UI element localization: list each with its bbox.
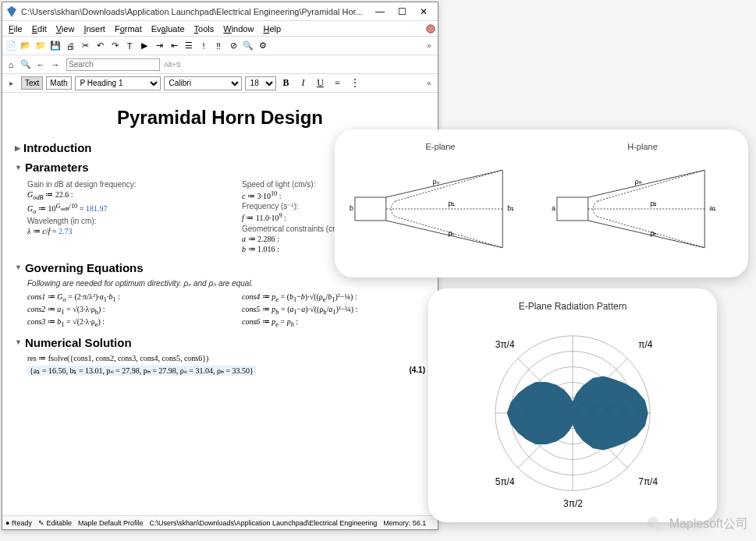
open-button[interactable]: 📂	[19, 39, 33, 53]
minimize-button[interactable]: —	[369, 4, 391, 19]
svg-text:3π/4: 3π/4	[495, 339, 515, 350]
eq-go: Go ≔ 10GodB/10 = 181.97	[27, 203, 211, 215]
stop-button[interactable]: ⊘	[226, 39, 240, 53]
open2-button[interactable]: 📁	[34, 39, 48, 53]
e-plane-label: E-plane	[426, 142, 456, 151]
svg-point-0	[427, 24, 435, 33]
save-button[interactable]: 💾	[48, 39, 62, 53]
svg-text:π/4: π/4	[638, 339, 653, 350]
svg-point-45	[654, 522, 663, 531]
back-button[interactable]: ←	[34, 58, 48, 72]
status-editable: ✎ Editable	[38, 519, 72, 527]
eq-cons5: cons5 ≔ ph = (a1−a)·√((ρh/a1)²−¼) :	[242, 305, 425, 316]
italic-button[interactable]: I	[296, 76, 311, 90]
svg-text:a₁: a₁	[709, 204, 716, 212]
svg-text:p₂: p₂	[650, 200, 657, 207]
menu-window[interactable]: Window	[218, 23, 258, 35]
svg-line-2	[386, 170, 502, 197]
eval-all-button[interactable]: ‼	[211, 39, 225, 53]
eq-cons1: cons1 ≔ Go = (2·π/λ²)·a1·b1 :	[27, 292, 211, 303]
size-select[interactable]: 18	[245, 76, 276, 90]
underline-button[interactable]: U	[314, 76, 328, 90]
horn-diagram-panel: E-plane ρₑ p₁ pₑ b b₁ H-plane	[335, 129, 748, 278]
svg-rect-13	[557, 197, 588, 221]
app-icon	[5, 5, 18, 18]
section-numerical[interactable]: Numerical Solution	[15, 336, 425, 349]
svg-text:b₁: b₁	[507, 204, 514, 212]
settings-button[interactable]: ⚙	[256, 39, 270, 53]
forward-button[interactable]: →	[48, 58, 62, 72]
eq-cons4: cons4 ≔ pe = (b1−b)·√((ρe/b1)²−¼) :	[242, 292, 425, 303]
list-button[interactable]: ☰	[182, 39, 196, 53]
more-button[interactable]: ⋮	[348, 76, 362, 90]
menu-tools[interactable]: Tools	[190, 23, 219, 35]
maximize-button[interactable]: ☐	[391, 4, 413, 19]
run-button[interactable]: ▶	[137, 39, 151, 53]
bold-button[interactable]: B	[279, 76, 293, 90]
cut-button[interactable]: ✂	[78, 39, 92, 53]
menu-help[interactable]: Help	[258, 23, 286, 35]
outdent-button[interactable]: ⇤	[167, 39, 181, 53]
help-icon[interactable]	[425, 23, 436, 34]
search-shortcut: Alt+S	[164, 61, 181, 69]
close-panel-icon[interactable]: «	[422, 76, 436, 90]
style-select[interactable]: P Heading 1	[75, 76, 161, 90]
svg-text:pₕ: pₕ	[650, 229, 657, 237]
new-button[interactable]: 📄	[4, 39, 18, 53]
font-select[interactable]: Calibri	[164, 76, 242, 90]
status-profile: Maple Default Profile	[78, 519, 144, 527]
menu-evaluate[interactable]: Evaluate	[147, 23, 190, 35]
titlebar: C:\Users\skhan\Downloads\Application Lau…	[2, 2, 438, 21]
eq-cons6: cons6 ≔ pe = ph :	[242, 317, 425, 328]
toolbar-overflow-icon[interactable]: »	[422, 39, 436, 53]
text-button[interactable]: T	[122, 39, 137, 53]
print-button[interactable]: 🖨	[63, 39, 77, 53]
svg-text:p₁: p₁	[448, 200, 455, 207]
svg-rect-1	[355, 197, 386, 221]
svg-text:pₑ: pₑ	[448, 229, 455, 237]
toolbar-main: 📄 📂 📁 💾 🖨 ✂ ↶ ↷ T ▶ ⇥ ⇤ ☰ ! ‼ ⊘ 🔍 ⚙ »	[2, 37, 438, 55]
eq-res: res ≔ fsolve({cons1, cons2, cons3, cons4…	[27, 354, 425, 362]
e-plane-diagram: E-plane ρₑ p₁ pₑ b b₁	[347, 142, 534, 265]
polar-title: E-Plane Radiation Pattern	[519, 301, 627, 312]
menu-view[interactable]: View	[51, 23, 80, 35]
menu-file[interactable]: File	[4, 23, 27, 35]
home-button[interactable]: ⌂	[4, 58, 18, 72]
wechat-icon	[646, 514, 665, 533]
zoom-in-button[interactable]: 🔍	[19, 58, 33, 72]
window-controls: — ☐ ✕	[369, 4, 435, 19]
tab-math[interactable]: Math	[46, 76, 71, 90]
result-box: {a₁ = 16.56, b₁ = 13.01, pₑ = 27.98, pₕ …	[27, 366, 256, 376]
redo-button[interactable]: ↷	[108, 39, 122, 53]
e-plane-svg: ρₑ p₁ pₑ b b₁	[347, 154, 534, 263]
svg-line-3	[386, 221, 502, 248]
svg-text:ρₑ: ρₑ	[433, 178, 440, 186]
close-button[interactable]: ✕	[413, 4, 435, 19]
undo-button[interactable]: ↶	[93, 39, 107, 53]
governing-note: Following are needed for optimum directi…	[27, 279, 425, 288]
menu-insert[interactable]: Insert	[79, 23, 110, 35]
h-plane-label: H-plane	[627, 142, 658, 151]
tab-text[interactable]: Text	[21, 76, 43, 90]
open-panel-icon[interactable]: ▸	[4, 76, 18, 90]
formatbar: ▸ Text Math P Heading 1 Calibri 18 B I U…	[2, 74, 438, 93]
eval-button[interactable]: !	[197, 39, 211, 53]
menu-format[interactable]: Format	[110, 23, 147, 35]
svg-text:a: a	[552, 204, 555, 212]
align-button[interactable]: ≡	[331, 76, 345, 90]
indent-button[interactable]: ⇥	[152, 39, 166, 53]
polar-plot-panel: E-Plane Radiation Pattern 0 20 40 60 80 …	[428, 288, 717, 522]
svg-line-14	[588, 170, 705, 197]
wavelength-label: Wavelength (in cm):	[27, 217, 211, 225]
svg-line-15	[588, 221, 705, 248]
menu-edit[interactable]: Edit	[27, 23, 51, 35]
eq-lambda: λ ≔ c/f = 2.73	[27, 227, 211, 235]
statusbar: ● Ready ✎ Editable Maple Default Profile…	[2, 515, 438, 529]
titlebar-text: C:\Users\skhan\Downloads\Application Lau…	[21, 7, 369, 16]
zoom-button[interactable]: 🔍	[241, 39, 255, 53]
menubar: File Edit View Insert Format Evaluate To…	[2, 21, 438, 37]
h-plane-svg: ρₕ p₂ pₕ a a₁	[549, 154, 736, 263]
svg-text:7π/4: 7π/4	[638, 476, 658, 487]
search-input[interactable]	[66, 58, 160, 71]
polar-chart: 0 20 40 60 80 3π/4 π/4 5π/4 7π/4 3π/2	[463, 316, 682, 510]
